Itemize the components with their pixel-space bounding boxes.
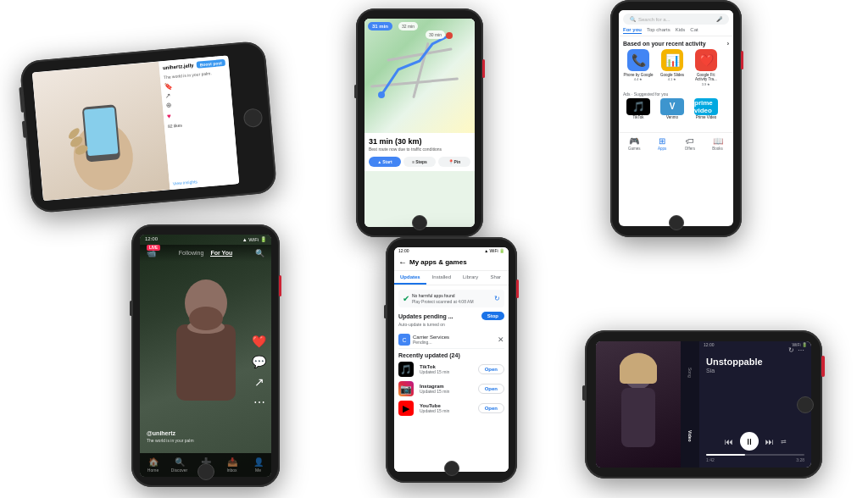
tab-share[interactable]: Shar	[484, 271, 507, 285]
power-button[interactable]	[821, 356, 825, 377]
slides-app-rating: 4.1 ★	[668, 77, 677, 81]
boost-post-button[interactable]: Boost post	[196, 59, 225, 69]
youtube-update-icon: ▶	[398, 401, 414, 416]
play-section-recent-activity: Based on your recent activity ›	[623, 41, 729, 47]
play-search-bar[interactable]: 🔍 Search for a... 🎤	[623, 14, 729, 25]
tab-for-you[interactable]: For you	[623, 27, 642, 34]
music-shuffle-button[interactable]: ⇄	[781, 438, 787, 445]
volume-up-button[interactable]	[19, 87, 25, 113]
power-button[interactable]	[482, 59, 485, 78]
tab-video[interactable]: Video	[681, 405, 699, 468]
books-icon: 📖	[713, 136, 723, 146]
youtube-open-button[interactable]: Open	[478, 403, 504, 413]
phone-play-updates: 12:00 ▲ WiFi 🔋 ← My apps & games Updates…	[386, 237, 517, 483]
tab-installed[interactable]: Installed	[426, 271, 457, 285]
chevron-right-icon[interactable]: ›	[727, 41, 729, 47]
updates-pending-label: Updates pending ...	[398, 313, 453, 319]
home-button[interactable]	[797, 396, 814, 413]
svg-rect-9	[176, 324, 236, 401]
tab-library[interactable]: Library	[457, 271, 484, 285]
volume-button[interactable]	[384, 305, 387, 318]
play-suggested-prime[interactable]: prime video Prime Video	[691, 98, 721, 119]
tiktok-search-icon[interactable]: 🔍	[255, 249, 264, 257]
tab-top-charts[interactable]: Top charts	[647, 27, 670, 34]
tiktok-nav-inbox[interactable]: 📥 Inbox	[219, 457, 245, 473]
play-suggested-tiktok[interactable]: 🎵 TikTok	[623, 98, 654, 119]
home-button[interactable]	[412, 215, 427, 230]
music-pause-button[interactable]: ⏸	[740, 432, 759, 451]
tab-updates[interactable]: Updates	[394, 271, 426, 285]
play-app-slides[interactable]: 📊 Google Slides 4.1 ★	[657, 49, 687, 86]
cancel-update-button[interactable]: ✕	[498, 335, 504, 344]
music-progress-bar[interactable]	[706, 454, 804, 456]
play-nav-offers[interactable]: 🏷 Offers	[676, 136, 704, 151]
maps-start-button[interactable]: ▲ Start	[369, 157, 401, 167]
tiktok-open-button[interactable]: Open	[478, 364, 504, 374]
power-button[interactable]	[279, 275, 281, 296]
shield-check-icon: ✔	[403, 294, 409, 303]
tiktok-share-icon[interactable]: ↗	[254, 375, 264, 389]
power-button[interactable]	[741, 51, 743, 69]
carrier-app-icon: C	[398, 334, 410, 346]
tiktok-heart-icon[interactable]: ❤️	[252, 335, 266, 348]
youtube-app-row: ▶ YouTube Updated 15 min Open	[398, 401, 504, 416]
tiktok-nav-profile[interactable]: 👤 Me	[245, 457, 271, 473]
home-button[interactable]	[444, 461, 459, 476]
tiktok-live-badge: LIVE	[147, 245, 160, 251]
maps-pin-button[interactable]: 📍 Pin	[438, 157, 470, 167]
tiktok-update-icon: 🎵	[398, 362, 414, 377]
maps-steps-button[interactable]: ≡ Steps	[403, 157, 436, 167]
stop-update-button[interactable]: Stop	[481, 312, 504, 320]
volume-button[interactable]	[130, 301, 132, 316]
music-screen: Song Video 12:00 WiFi 🔋 ↻ ⋯ Unstoppable …	[596, 341, 811, 468]
svg-rect-2	[84, 107, 119, 156]
refresh-icon[interactable]: ↻	[494, 295, 500, 302]
tab-song[interactable]: Song	[681, 341, 699, 405]
instagram-open-button[interactable]: Open	[478, 384, 504, 394]
play-ads-label: Ads · Suggested for you	[623, 91, 729, 97]
music-time-row: 1:42 3:28	[706, 457, 804, 462]
home-icon: 🏠	[148, 457, 159, 467]
status-icons: ▲ WiFi 🔋	[484, 248, 504, 253]
tiktok-nav-discover[interactable]: 🔍 Discover	[166, 457, 192, 473]
play-store-body: Based on your recent activity › 📞 Phone …	[619, 36, 733, 129]
play-nav-games[interactable]: 🎮 Games	[620, 136, 648, 151]
tiktok-video-info: @unihertz The world is in your palm	[147, 430, 229, 443]
play-updates-screen: 12:00 ▲ WiFi 🔋 ← My apps & games Updates…	[394, 247, 509, 472]
music-skip-forward-button[interactable]: ⏭	[765, 437, 774, 446]
home-button[interactable]	[198, 463, 214, 480]
power-button[interactable]	[516, 279, 519, 298]
play-app-phone[interactable]: 📞 Phone by Google 4.4 ★	[623, 49, 654, 86]
phone-tiktok: 12:00 ▲ WiFi 🔋 📹 Following For You 🔍 LIV…	[131, 224, 280, 487]
play-nav-apps[interactable]: ⊞ Apps	[648, 136, 676, 151]
play-nav-bar: 🎮 Games ⊞ Apps 🏷 Offers 📖 Books	[619, 132, 733, 154]
tab-following[interactable]: Following	[179, 250, 204, 257]
play-tabs: For you Top charts Kids Cat	[623, 27, 729, 34]
tiktok-comment-icon[interactable]: 💬	[252, 355, 266, 368]
back-button[interactable]: ←	[398, 257, 407, 267]
home-button[interactable]	[243, 108, 264, 128]
tiktok-more-icon[interactable]: ⋯	[253, 396, 265, 409]
music-title-area: Unstoppable Sia	[706, 357, 804, 374]
tiktok-video[interactable]: 12:00 ▲ WiFi 🔋 📹 Following For You 🔍 LIV…	[140, 235, 271, 477]
play-nav-books[interactable]: 📖 Books	[704, 136, 732, 151]
tab-for-you[interactable]: For You	[210, 250, 232, 257]
volume-button[interactable]	[354, 85, 357, 98]
view-insights-button[interactable]: View insights	[172, 172, 236, 185]
instagram-update-icon: 📷	[398, 381, 414, 396]
games-icon: 🎮	[629, 136, 639, 146]
maps-map[interactable]: 31 min 32 min 30 min	[364, 19, 475, 133]
tab-categories[interactable]: Cat	[690, 27, 698, 34]
offers-icon: 🏷	[686, 136, 694, 146]
music-skip-back-button[interactable]: ⏮	[725, 437, 733, 446]
svg-point-7	[446, 32, 453, 39]
tiktok-nav-home[interactable]: 🏠 Home	[140, 457, 166, 473]
home-button[interactable]	[669, 215, 684, 230]
volume-down-button[interactable]	[22, 121, 27, 138]
play-suggested-venmo[interactable]: V Venmo	[657, 98, 687, 119]
play-app-fit[interactable]: ❤️ Google Fit: Activity Tra... 3.9 ★	[691, 49, 721, 86]
volume-button[interactable]	[582, 385, 586, 401]
instagram-photo	[32, 62, 170, 201]
tab-kids[interactable]: Kids	[676, 27, 686, 34]
apps-icon: ⊞	[659, 136, 665, 146]
